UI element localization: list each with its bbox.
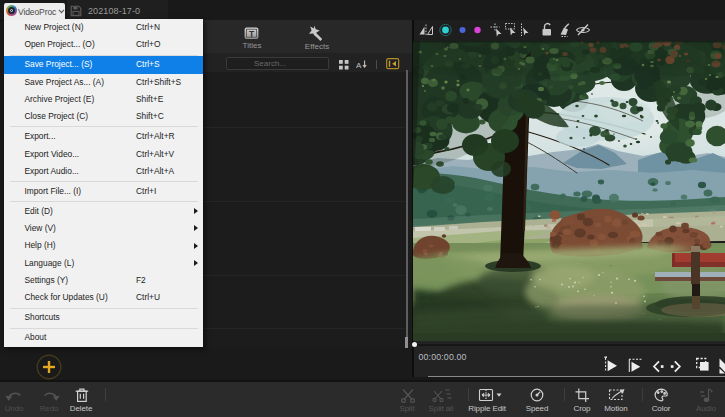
svg-text:A: A bbox=[356, 61, 362, 70]
svg-text:T: T bbox=[249, 29, 255, 39]
